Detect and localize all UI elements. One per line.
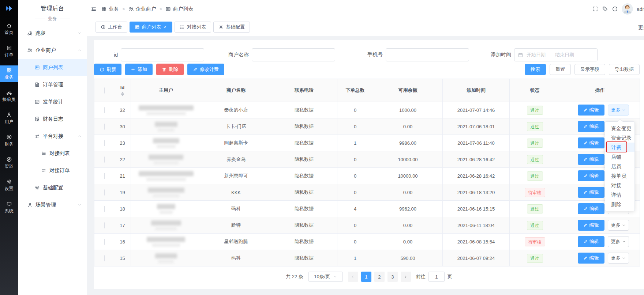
edit-button[interactable]: 编辑: [578, 253, 604, 264]
pencil-icon: [583, 207, 588, 211]
row-checkbox[interactable]: [104, 239, 105, 245]
export-data-button[interactable]: 导出数据: [609, 64, 640, 75]
search-button[interactable]: 搜索: [525, 64, 546, 75]
filter-phone-input[interactable]: [386, 48, 469, 61]
theme-tag-icon[interactable]: [602, 6, 608, 12]
goto-page-input[interactable]: 1: [428, 272, 445, 282]
rail-item-finance[interactable]: 财务: [0, 132, 18, 149]
dropdown-item-店铺[interactable]: 店铺: [605, 152, 634, 162]
sidebar-item-对接列表[interactable]: 对接列表: [18, 145, 87, 162]
edit-button[interactable]: 编辑: [578, 105, 604, 116]
tab-工作台[interactable]: 工作台: [96, 22, 127, 33]
edit-button[interactable]: 编辑: [578, 187, 604, 198]
row-checkbox[interactable]: [104, 206, 105, 212]
sidebar-item-基础配置[interactable]: 基础配置: [18, 179, 87, 196]
sort-carets[interactable]: [121, 92, 124, 96]
dropdown-item-资金记录[interactable]: 资金记录: [605, 133, 634, 143]
row-checkbox[interactable]: [104, 124, 105, 130]
username[interactable]: admin: [637, 6, 644, 12]
row-checkbox[interactable]: [104, 189, 105, 196]
row-actions: 编辑更多: [560, 220, 640, 231]
refresh-button[interactable]: 刷新: [94, 64, 121, 75]
breadcrumb-item-企业商户[interactable]: 企业商户: [128, 6, 156, 12]
rail-item-order[interactable]: 订单: [0, 43, 18, 60]
edit-button[interactable]: 编辑: [578, 203, 604, 214]
sidebar-item-对接订单[interactable]: 对接订单: [18, 162, 87, 179]
date-range-picker[interactable]: 开始日期 结束日期: [514, 48, 598, 61]
per-page-select[interactable]: 10条/页: [308, 272, 343, 282]
logo[interactable]: [0, 0, 18, 18]
rail-item-settings[interactable]: 设置: [0, 177, 18, 194]
more-button[interactable]: 更多: [608, 236, 629, 247]
sidebar-item-平台对接[interactable]: 平台对接: [18, 128, 87, 145]
listb-icon: [180, 24, 185, 30]
tab-商户列表[interactable]: 商户列表: [130, 22, 172, 33]
add-button[interactable]: 添加: [125, 64, 153, 75]
edit-button[interactable]: 编辑: [578, 154, 604, 165]
refresh-page-icon[interactable]: [612, 6, 618, 12]
row-checkbox[interactable]: [104, 107, 105, 113]
rail-item-channel[interactable]: 渠道: [0, 155, 18, 171]
sidebar-item-财务日志[interactable]: 财务日志: [18, 110, 87, 128]
edit-button[interactable]: 编辑: [578, 170, 604, 181]
more-button[interactable]: 更多: [608, 253, 629, 264]
rail-item-system[interactable]: 系统: [0, 199, 18, 216]
sidebar-item-商户列表[interactable]: 商户列表: [18, 59, 87, 76]
edit-button[interactable]: 编辑: [578, 137, 604, 148]
edit-button[interactable]: 编辑: [578, 121, 604, 132]
tabs-more-button[interactable]: 更多: [638, 24, 644, 31]
sidebar-item-发单统计[interactable]: 发单统计: [18, 93, 87, 110]
status-badge: 待审核: [525, 188, 545, 197]
row-checkbox[interactable]: [104, 173, 105, 179]
page-button-3[interactable]: 3: [387, 272, 398, 282]
dropdown-item-店员[interactable]: 店员: [605, 162, 634, 171]
sidebar-item-跑腿[interactable]: 跑腿: [18, 24, 87, 42]
dropdown-item-资金变更[interactable]: 资金变更: [605, 124, 634, 133]
dropdown-item-计费[interactable]: 计费: [605, 143, 634, 152]
filter-id-input[interactable]: [121, 48, 204, 61]
more-label: 更多: [611, 107, 621, 113]
fullscreen-icon[interactable]: [592, 6, 598, 12]
next-page-button[interactable]: [401, 272, 411, 282]
breadcrumb-item-商户列表[interactable]: 商户列表: [165, 6, 193, 12]
breadcrumb-item-业务[interactable]: 业务: [101, 6, 119, 12]
rail-item-grid[interactable]: 业务: [0, 65, 18, 82]
dropdown-item-对接[interactable]: 对接: [605, 181, 634, 190]
modify-billing-button[interactable]: 修改计费: [187, 64, 224, 75]
row-checkbox[interactable]: [104, 140, 105, 146]
rail-item-home[interactable]: 首页: [0, 21, 18, 38]
sidebar-fold-icon[interactable]: [91, 6, 97, 12]
tab-label: 基础配置: [226, 24, 245, 30]
select-all-checkbox[interactable]: [104, 87, 105, 94]
filter-merchant-name-input[interactable]: [252, 48, 335, 61]
rail-item-user[interactable]: 用户: [0, 110, 18, 127]
dropdown-item-接单员[interactable]: 接单员: [605, 171, 634, 181]
cell-checkbox: [94, 118, 114, 135]
row-checkbox[interactable]: [104, 255, 105, 261]
show-fields-button[interactable]: 显示字段: [574, 64, 605, 75]
row-checkbox[interactable]: [104, 156, 105, 163]
dropdown-item-删除[interactable]: 删除: [605, 200, 634, 209]
prev-page-button[interactable]: [348, 272, 358, 282]
reset-button[interactable]: 重置: [550, 64, 571, 75]
dropdown-item-label: 对接: [611, 182, 621, 188]
page-button-2[interactable]: 2: [374, 272, 385, 282]
sidebar-item-订单管理[interactable]: 订单管理: [18, 76, 87, 93]
tab-基础配置[interactable]: 基础配置: [213, 22, 250, 33]
rail-item-rider[interactable]: 接单员: [0, 88, 18, 105]
edit-button[interactable]: 编辑: [578, 236, 604, 247]
dropdown-item-详情[interactable]: 详情: [605, 190, 634, 200]
sidebar-item-场景管理[interactable]: 场景管理: [18, 196, 87, 213]
more-button[interactable]: 更多: [608, 105, 629, 116]
edit-label: 编辑: [589, 107, 599, 113]
avatar[interactable]: [622, 3, 633, 15]
cell-status: 通过: [510, 250, 560, 266]
edit-button[interactable]: 编辑: [578, 220, 604, 231]
delete-button[interactable]: 删除: [156, 64, 184, 75]
tab-对接列表[interactable]: 对接列表: [175, 22, 211, 33]
page-button-1[interactable]: 1: [361, 272, 371, 282]
cell-status: 通过: [510, 151, 560, 168]
row-checkbox[interactable]: [104, 222, 105, 228]
sidebar-item-企业商户[interactable]: 企业商户: [18, 42, 87, 59]
more-button[interactable]: 更多: [608, 220, 629, 231]
